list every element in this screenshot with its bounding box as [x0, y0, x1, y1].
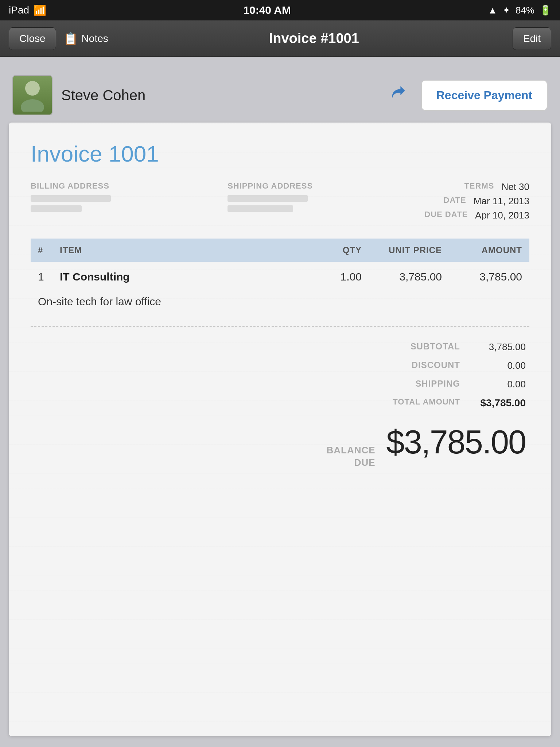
notes-icon: 📋: [63, 32, 78, 46]
billing-address-label: BILLING ADDRESS: [31, 181, 133, 191]
terms-row: TERMS Net 30: [424, 181, 529, 193]
avatar: [12, 75, 52, 115]
customer-header: Steve Cohen Receive Payment: [9, 68, 551, 123]
date-value: Mar 11, 2013: [474, 196, 529, 207]
status-right: ▲ ✦ 84% 🔋: [488, 5, 551, 16]
battery-icon: 🔋: [540, 5, 551, 16]
table-header: # ITEM QTY UNIT PRICE AMOUNT: [31, 239, 529, 262]
subtotal-label: SUBTOTAL: [343, 341, 460, 353]
invoice-table-body: 1 IT Consulting 1.00 3,785.00 3,785.00 O…: [31, 262, 529, 311]
content-area: Steve Cohen Receive Payment Invoice 1001…: [0, 57, 560, 747]
customer-actions: Receive Payment: [384, 80, 548, 111]
billing-line-2: [31, 205, 82, 212]
shipping-label: SHIPPING: [343, 379, 460, 390]
billing-address-block: BILLING ADDRESS: [31, 181, 133, 224]
customer-name: Steve Cohen: [61, 87, 145, 104]
billing-line-1: [31, 195, 111, 202]
balance-amount: $3,785.00: [386, 423, 526, 461]
cell-amount: 3,785.00: [449, 262, 529, 287]
avatar-figure: [13, 76, 52, 115]
svg-point-1: [21, 99, 44, 112]
share-button[interactable]: [384, 80, 410, 111]
table-row: 1 IT Consulting 1.00 3,785.00 3,785.00: [31, 262, 529, 287]
svg-point-0: [25, 81, 40, 96]
cell-qty: 1.00: [311, 262, 369, 287]
invoice-document: Invoice 1001 BILLING ADDRESS SHIPPING AD…: [9, 123, 551, 736]
totals-section: SUBTOTAL 3,785.00 DISCOUNT 0.00 SHIPPING…: [31, 338, 529, 413]
discount-label: DISCOUNT: [343, 360, 460, 371]
shipping-line-1: [228, 195, 308, 202]
shipping-row: SHIPPING 0.00: [343, 375, 526, 394]
shipping-address-label: SHIPPING ADDRESS: [228, 181, 330, 191]
meta-row: BILLING ADDRESS SHIPPING ADDRESS TERMS N…: [31, 181, 529, 224]
dotted-separator: [31, 326, 529, 327]
total-amount-label: TOTAL AMOUNT: [343, 397, 460, 409]
status-bar: iPad 📶 10:40 AM ▲ ✦ 84% 🔋: [0, 0, 560, 20]
shipping-value: 0.00: [475, 379, 526, 390]
invoice-number: 1001: [109, 141, 159, 166]
terms-value: Net 30: [501, 181, 529, 193]
balance-label: BALANCE DUE: [327, 444, 376, 469]
wifi-icon: 📶: [34, 4, 46, 16]
location-icon: ▲: [488, 5, 497, 16]
device-label: iPad: [9, 4, 29, 16]
bluetooth-icon: ✦: [502, 5, 510, 16]
total-amount-value: $3,785.00: [475, 397, 526, 409]
due-date-value: Apr 10, 2013: [475, 210, 529, 221]
subtotal-value: 3,785.00: [475, 341, 526, 353]
col-item-header: ITEM: [52, 239, 311, 262]
cell-item: IT Consulting: [52, 262, 311, 287]
notes-button[interactable]: 📋 Notes: [56, 27, 116, 51]
invoice-table: # ITEM QTY UNIT PRICE AMOUNT: [31, 239, 529, 311]
share-icon: [388, 84, 407, 103]
subtotal-row: SUBTOTAL 3,785.00: [343, 338, 526, 356]
close-button[interactable]: Close: [9, 27, 56, 50]
date-row: DATE Mar 11, 2013: [424, 196, 529, 207]
discount-value: 0.00: [475, 360, 526, 371]
cell-description: On-site tech for law office: [31, 287, 529, 311]
invoice-title: Invoice 1001: [31, 141, 529, 167]
nav-title: Invoice #1001: [116, 31, 513, 46]
status-left: iPad 📶: [9, 4, 46, 16]
shipping-address-block: SHIPPING ADDRESS: [228, 181, 330, 224]
battery-label: 84%: [516, 5, 534, 16]
total-amount-row: TOTAL AMOUNT $3,785.00: [343, 394, 526, 413]
date-label: DATE: [444, 196, 466, 207]
col-num-header: #: [31, 239, 52, 262]
due-date-row: DUE DATE Apr 10, 2013: [424, 210, 529, 221]
col-amount-header: AMOUNT: [449, 239, 529, 262]
balance-due-row: BALANCE DUE $3,785.00: [31, 423, 529, 469]
shipping-line-2: [228, 205, 293, 212]
discount-row: DISCOUNT 0.00: [343, 356, 526, 375]
table-row-desc: On-site tech for law office: [31, 287, 529, 311]
cell-num: 1: [31, 262, 52, 287]
customer-left: Steve Cohen: [12, 75, 145, 115]
col-qty-header: QTY: [311, 239, 369, 262]
notes-label: Notes: [82, 33, 108, 44]
nav-bar: Close 📋 Notes Invoice #1001 Edit: [0, 20, 560, 57]
cell-price: 3,785.00: [369, 262, 449, 287]
table-header-row: # ITEM QTY UNIT PRICE AMOUNT: [31, 239, 529, 262]
col-price-header: UNIT PRICE: [369, 239, 449, 262]
receive-payment-button[interactable]: Receive Payment: [421, 80, 548, 111]
terms-label: TERMS: [464, 181, 494, 193]
due-date-label: DUE DATE: [424, 210, 468, 221]
invoice-word: Invoice: [31, 141, 102, 166]
status-time: 10:40 AM: [243, 4, 291, 16]
terms-block: TERMS Net 30 DATE Mar 11, 2013 DUE DATE …: [424, 181, 529, 224]
edit-button[interactable]: Edit: [513, 27, 551, 50]
